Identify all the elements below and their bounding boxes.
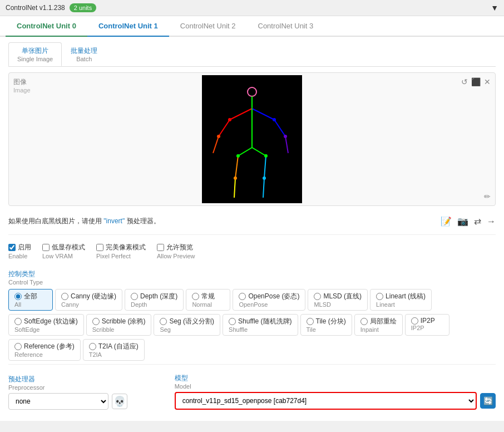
svg-line-2 xyxy=(230,109,252,120)
allow-preview-checkbox[interactable] xyxy=(157,244,164,251)
svg-point-21 xyxy=(234,176,237,180)
svg-line-11 xyxy=(235,156,238,178)
divider-2 xyxy=(8,364,496,365)
model-section: 模型 Model control_v11p_sd15_openpose [cab… xyxy=(175,374,496,410)
checkbox-low-vram[interactable]: 低显存模式 Low VRAM xyxy=(42,243,85,259)
dropdown-icon[interactable]: ▼ xyxy=(491,3,498,12)
radio-reference[interactable]: Reference (参考) Reference xyxy=(8,339,81,361)
pencil-icon[interactable]: ✏ xyxy=(484,192,491,201)
sub-tab-single[interactable]: 单张图片 Single Image xyxy=(8,42,62,66)
download-icon[interactable]: ⬛ xyxy=(471,77,481,86)
close-icon[interactable]: ✕ xyxy=(484,77,491,86)
preprocessor-section: 预处理器 Preprocessor none 💀 xyxy=(8,375,169,410)
control-type-row-2: SoftEdge (软边缘) SoftEdge Scribble (涂鸦) Sc… xyxy=(8,314,496,336)
info-text: 如果使用白底黑线图片，请使用 "invert" 预处理器。 xyxy=(8,217,160,226)
svg-line-13 xyxy=(264,156,266,178)
tab-unit-3[interactable]: ControlNet Unit 3 xyxy=(247,16,325,37)
svg-line-5 xyxy=(213,136,219,153)
undo-icon[interactable]: ↺ xyxy=(461,77,468,86)
svg-point-22 xyxy=(263,176,266,180)
radio-shuffle[interactable]: Shuffle (随机洗牌) Shuffle xyxy=(223,314,298,336)
model-select[interactable]: control_v11p_sd15_openpose [cab727d4] xyxy=(175,392,477,410)
svg-point-18 xyxy=(284,135,287,138)
control-type-row-1: 全部 All Canny (硬边缘) Canny Depth (深度) Dept… xyxy=(8,289,496,311)
svg-point-0 xyxy=(248,87,256,96)
edit-icon[interactable]: 📝 xyxy=(441,216,452,227)
checkbox-allow-preview[interactable]: 允许预览 Allow Preview xyxy=(157,243,195,259)
svg-line-6 xyxy=(274,120,285,136)
skeleton-image xyxy=(202,75,302,203)
svg-line-14 xyxy=(263,178,264,198)
enable-checkbox[interactable] xyxy=(8,244,16,251)
radio-inpaint[interactable]: 局部重绘 Inpaint xyxy=(354,314,403,336)
divider-1 xyxy=(8,234,496,235)
radio-mlsd[interactable]: MLSD (直线) MLSD xyxy=(308,289,368,311)
svg-line-12 xyxy=(234,178,235,198)
preprocessor-label: 预处理器 Preprocessor xyxy=(8,375,169,391)
preprocessor-select-row: none 💀 xyxy=(8,393,169,410)
sub-tab-batch[interactable]: 批量处理 Batch xyxy=(62,42,106,66)
model-select-row: control_v11p_sd15_openpose [cab727d4] 🔄 xyxy=(175,392,496,410)
radio-openpose[interactable]: OpenPose (姿态) OpenPose xyxy=(233,289,305,311)
radio-softedge[interactable]: SoftEdge (软边缘) SoftEdge xyxy=(8,314,84,336)
tab-unit-0[interactable]: ControlNet Unit 0 xyxy=(6,16,87,37)
radio-all[interactable]: 全部 All xyxy=(8,289,53,311)
radio-seg[interactable]: Seg (语义分割) Seg xyxy=(154,314,220,336)
checkbox-pixel-perfect[interactable]: 完美像素模式 Pixel Perfect xyxy=(96,243,146,259)
svg-point-19 xyxy=(236,154,240,158)
svg-point-20 xyxy=(264,154,268,158)
main-content: 单张图片 Single Image 批量处理 Batch 图像 Image ↺ … xyxy=(0,37,504,421)
model-label: 模型 Model xyxy=(175,374,496,390)
refresh-model-button[interactable]: 🔄 xyxy=(480,393,496,409)
checkbox-enable[interactable]: 启用 Enable xyxy=(8,243,31,259)
send-icon[interactable]: → xyxy=(487,217,496,227)
camera-icon[interactable]: 📷 xyxy=(457,216,468,227)
image-area[interactable]: 图像 Image ↺ ⬛ ✕ xyxy=(8,72,496,206)
control-type-title: 控制类型 Control Type xyxy=(8,269,496,286)
svg-line-9 xyxy=(238,148,252,156)
action-icons: 📝 📷 ⇄ → xyxy=(441,216,496,227)
tab-unit-2[interactable]: ControlNet Unit 2 xyxy=(169,16,247,37)
control-type-row-3: Reference (参考) Reference T2IA (自适应) T2IA xyxy=(8,339,496,361)
options-row: 启用 Enable 低显存模式 Low VRAM 完美像素模式 Pixel Pe… xyxy=(8,238,496,264)
main-tabs: ControlNet Unit 0 ControlNet Unit 1 Cont… xyxy=(0,16,504,37)
radio-canny[interactable]: Canny (硬边缘) Canny xyxy=(55,289,122,311)
version-label: ControlNet v1.1.238 xyxy=(6,4,65,12)
svg-line-10 xyxy=(252,148,266,156)
radio-ip2p[interactable]: IP2P IP2P xyxy=(405,314,449,336)
units-badge: 2 units xyxy=(70,3,96,12)
info-bar: 如果使用白底黑线图片，请使用 "invert" 预处理器。 📝 📷 ⇄ → xyxy=(8,212,496,231)
refresh-icon[interactable]: ⇄ xyxy=(474,216,481,227)
radio-scribble[interactable]: Scribble (涂鸦) Scribble xyxy=(86,314,152,336)
svg-point-17 xyxy=(217,135,220,138)
top-bar: ControlNet v1.1.238 2 units ▼ xyxy=(0,0,504,16)
image-label: 图像 Image xyxy=(13,77,31,94)
svg-line-4 xyxy=(219,120,230,136)
radio-normal[interactable]: 常规 Normal xyxy=(186,289,230,311)
bottom-section: 预处理器 Preprocessor none 💀 模型 Model contro… xyxy=(8,368,496,415)
image-controls: ↺ ⬛ ✕ xyxy=(461,77,491,86)
svg-line-3 xyxy=(252,109,274,120)
svg-line-7 xyxy=(285,136,288,153)
radio-t2ia[interactable]: T2IA (自适应) T2IA xyxy=(83,339,145,361)
radio-depth[interactable]: Depth (深度) Depth xyxy=(125,289,184,311)
pixel-perfect-checkbox[interactable] xyxy=(96,244,103,251)
preprocessor-select[interactable]: none xyxy=(8,393,108,410)
sub-tabs: 单张图片 Single Image 批量处理 Batch xyxy=(8,42,496,67)
svg-point-16 xyxy=(273,118,276,121)
low-vram-checkbox[interactable] xyxy=(42,244,50,251)
radio-lineart[interactable]: Lineart (线稿) Lineart xyxy=(370,289,432,311)
skull-button[interactable]: 💀 xyxy=(112,394,127,409)
svg-point-15 xyxy=(228,118,231,121)
tab-unit-1[interactable]: ControlNet Unit 1 xyxy=(87,16,169,37)
radio-tile[interactable]: Tile (分块) Tile xyxy=(300,314,352,336)
